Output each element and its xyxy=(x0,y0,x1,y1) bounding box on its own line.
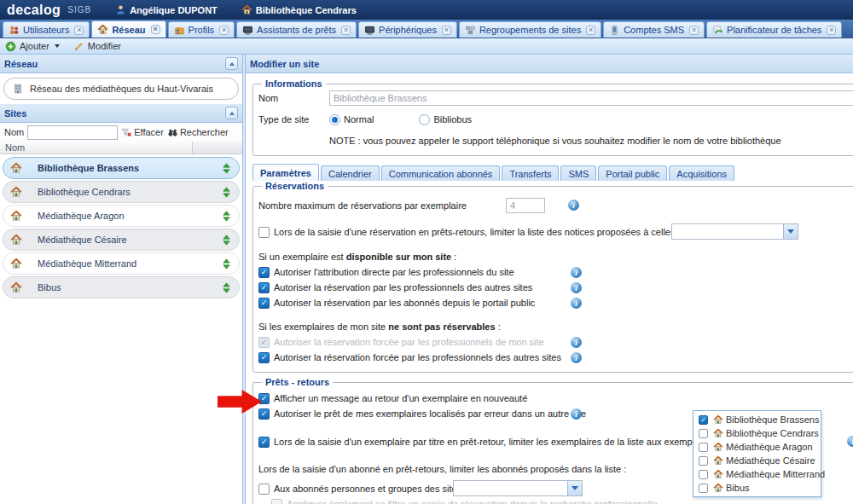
checkbox[interactable] xyxy=(258,437,270,448)
column-header-name[interactable]: Nom xyxy=(0,142,192,154)
home-site-icon xyxy=(713,428,723,438)
editor-header: Modifier un site xyxy=(246,55,853,73)
close-icon[interactable]: × xyxy=(151,25,160,34)
close-icon[interactable]: × xyxy=(827,26,836,35)
checkbox-label: Autoriser la réservation par les profess… xyxy=(274,282,532,293)
chevron-down-icon[interactable] xyxy=(783,224,798,239)
reorder-updown-icon[interactable] xyxy=(221,258,232,269)
radio-bibliobus[interactable] xyxy=(419,114,430,125)
column-header-spacer xyxy=(192,142,242,154)
checkbox xyxy=(271,499,282,504)
reorder-updown-icon[interactable] xyxy=(221,163,232,174)
radio-normal[interactable] xyxy=(329,114,340,125)
collapse-button[interactable] xyxy=(225,107,238,119)
current-site[interactable]: Bibliothèque Cendrars xyxy=(241,4,357,15)
tab-sms[interactable]: SMS xyxy=(560,165,596,181)
site-row-mediatheque-mitterrand[interactable]: Médiathèque Mitterrand xyxy=(3,252,240,275)
site-row-bibliotheque-brassens[interactable]: Bibliothèque Brassens xyxy=(3,157,240,179)
checkbox[interactable] xyxy=(699,456,708,466)
info-icon[interactable] xyxy=(847,436,853,447)
checkbox[interactable] xyxy=(699,484,708,493)
not-reservable-heading: Si les exemplaires de mon site ne sont p… xyxy=(258,322,853,334)
site-name-input[interactable] xyxy=(329,90,853,106)
info-icon[interactable] xyxy=(571,408,582,420)
show-message-row: Afficher un message au retour d'un exemp… xyxy=(258,391,853,406)
info-icon[interactable] xyxy=(571,298,582,309)
checkbox[interactable] xyxy=(258,484,270,495)
checkbox[interactable] xyxy=(699,470,708,479)
tab-assistants-de-prets[interactable]: Assistants de prêts× xyxy=(236,21,357,38)
modify-button[interactable]: Modifier xyxy=(73,41,121,52)
chevron-down-icon[interactable] xyxy=(567,481,582,495)
reorder-updown-icon[interactable] xyxy=(221,211,232,222)
reorder-updown-icon[interactable] xyxy=(221,235,232,246)
site-dropdown-item-bibliotheque-cendrars[interactable]: Bibliothèque Cendrars xyxy=(693,426,821,440)
tab-acquisitions[interactable]: Acquisitions xyxy=(669,165,734,181)
collapse-button[interactable] xyxy=(225,57,238,70)
checkbox[interactable] xyxy=(258,352,270,363)
home-site-icon xyxy=(10,234,22,246)
site-dropdown-item-bibus[interactable]: Bibus xyxy=(693,481,821,495)
home-icon xyxy=(241,4,252,15)
tab-comptes-sms[interactable]: Comptes SMS× xyxy=(603,21,705,38)
close-icon[interactable]: × xyxy=(586,26,595,35)
tab-regroupements-de-sites[interactable]: Regroupements de sites× xyxy=(459,21,601,38)
search-button[interactable]: Rechercher xyxy=(167,127,229,138)
reorder-updown-icon[interactable] xyxy=(221,187,232,198)
site-row-bibliotheque-cendrars[interactable]: Bibliothèque Cendrars xyxy=(3,181,240,203)
close-icon[interactable]: × xyxy=(442,26,451,35)
show-message-label: Afficher un message au retour d'un exemp… xyxy=(274,393,527,403)
tab-parametres[interactable]: Paramètres xyxy=(252,164,319,181)
checkbox-label: Autoriser la réservation forcée par les … xyxy=(274,352,561,362)
info-icon[interactable] xyxy=(571,352,582,363)
site-list: Bibliothèque BrassensBibliothèque Cendra… xyxy=(0,154,242,301)
pencil-icon xyxy=(73,41,84,52)
info-icon[interactable] xyxy=(571,337,582,348)
checkbox[interactable] xyxy=(258,298,270,309)
tab-utilisateurs[interactable]: Utilisateurs× xyxy=(3,21,90,38)
tab-peripheriques[interactable]: Périphériques× xyxy=(358,21,457,38)
tab-profils[interactable]: Profils× xyxy=(168,21,235,38)
checkbox[interactable] xyxy=(258,408,270,420)
checkbox[interactable] xyxy=(258,227,270,238)
checkbox[interactable] xyxy=(699,415,708,425)
reorder-updown-icon[interactable] xyxy=(221,282,232,293)
close-icon[interactable]: × xyxy=(341,26,351,35)
site-dropdown-label: Bibliothèque Brassens xyxy=(726,414,819,425)
tab-portail-public[interactable]: Portail public xyxy=(598,165,667,181)
clear-button[interactable]: Effacer xyxy=(121,127,164,138)
info-icon[interactable] xyxy=(571,267,582,278)
sites-panel-header: Sites xyxy=(0,104,242,123)
site-dropdown-item-mediatheque-aragon[interactable]: Médiathèque Aragon xyxy=(693,440,821,454)
network-item[interactable]: Réseau des médiathèques du Haut-Vivarais xyxy=(3,78,239,100)
tab-transferts[interactable]: Transferts xyxy=(502,165,559,181)
site-search-input[interactable] xyxy=(27,125,118,140)
close-icon[interactable]: × xyxy=(219,26,229,35)
site-row-mediatheque-cesaire[interactable]: Médiathèque Césaire xyxy=(3,229,240,251)
checkbox[interactable] xyxy=(699,443,708,452)
tab-label: SMS xyxy=(568,169,589,179)
add-button[interactable]: Ajouter xyxy=(5,41,60,52)
network-box: Réseau des médiathèques du Haut-Vivarais xyxy=(0,73,242,104)
tab-calendrier[interactable]: Calendrier xyxy=(321,165,380,181)
site-row-bibus[interactable]: Bibus xyxy=(3,276,240,298)
site-dropdown-item-mediatheque-mitterrand[interactable]: Médiathèque Mitterrand xyxy=(693,467,821,481)
checkbox[interactable] xyxy=(258,282,270,293)
tab-planificateur-de-taches[interactable]: Planificateur de tâches× xyxy=(706,21,842,38)
subscriber-sites-combo[interactable] xyxy=(453,480,583,496)
checkbox[interactable] xyxy=(699,429,708,438)
tab-communication-abonnes[interactable]: Communication abonnés xyxy=(381,165,501,181)
site-row-mediatheque-aragon[interactable]: Médiathèque Aragon xyxy=(3,205,240,227)
site-name: Bibus xyxy=(38,282,61,293)
site-dropdown-item-mediatheque-cesaire[interactable]: Médiathèque Césaire xyxy=(693,454,821,467)
info-icon[interactable] xyxy=(568,200,579,211)
max-reservations-input[interactable] xyxy=(506,198,545,213)
current-user[interactable]: Angélique DUPONT xyxy=(115,4,218,15)
checkbox[interactable] xyxy=(258,267,270,278)
info-icon[interactable] xyxy=(571,282,582,293)
close-icon[interactable]: × xyxy=(74,26,84,35)
close-icon[interactable]: × xyxy=(689,26,699,35)
site-dropdown-item-bibliotheque-brassens[interactable]: Bibliothèque Brassens xyxy=(693,413,821,426)
tab-reseau[interactable]: Réseau× xyxy=(91,20,165,38)
notices-site-combo[interactable] xyxy=(671,223,798,240)
